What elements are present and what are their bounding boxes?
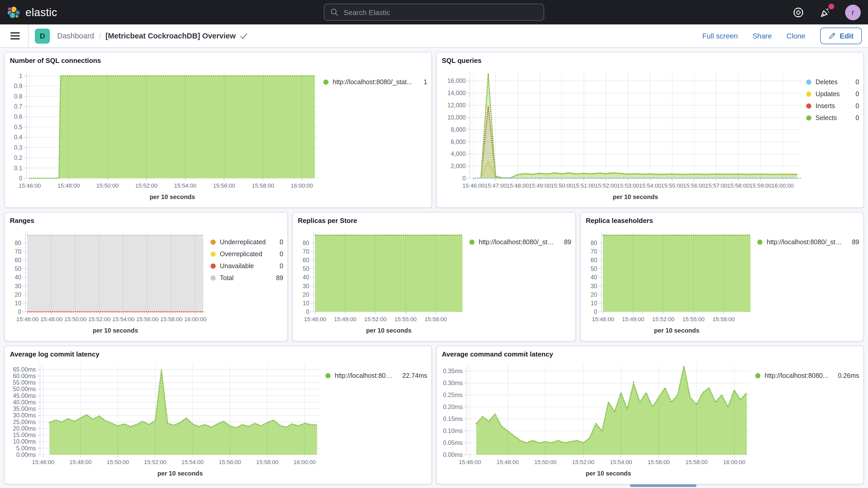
svg-text:per 10 seconds: per 10 seconds (150, 193, 195, 200)
pencil-icon (828, 32, 836, 39)
breadcrumb: Dashboard / [Metricbeat CockroachDB] Ove… (57, 32, 248, 40)
svg-text:1: 1 (19, 72, 22, 79)
svg-text:60.00ms: 60.00ms (13, 373, 36, 379)
svg-text:15:57:00: 15:57:00 (705, 182, 728, 189)
svg-text:35.00ms: 35.00ms (13, 405, 36, 412)
legend-value: 89 (559, 239, 571, 246)
menu-button[interactable] (6, 24, 24, 47)
chart-sql-queries[interactable]: 02,0004,0006,0008,00010,00012,00014,0001… (441, 67, 806, 203)
svg-text:0.15ms: 0.15ms (443, 416, 463, 422)
help-button[interactable] (791, 5, 806, 20)
chart-replica-leaseholders[interactable]: 0102030405060708015:46:0015:49:0015:52:0… (585, 227, 757, 337)
svg-text:0.7: 0.7 (14, 103, 22, 110)
svg-text:15:46:00: 15:46:00 (32, 459, 54, 465)
news-button[interactable] (818, 5, 833, 20)
legend-item[interactable]: Selects0 (806, 114, 859, 122)
legend-dot (806, 103, 811, 109)
elastic-logo[interactable]: elastic (7, 5, 57, 19)
legend-label: Inserts (815, 102, 835, 110)
search-icon (331, 8, 338, 16)
legend-item[interactable]: Total89 (211, 274, 283, 282)
search-placeholder: Search Elastic (344, 8, 390, 17)
svg-text:20.00ms: 20.00ms (13, 425, 36, 432)
svg-text:0: 0 (306, 308, 309, 315)
svg-text:15:50:00: 15:50:00 (107, 459, 129, 465)
legend-item[interactable]: http://localhost:8080/_sta...89 (757, 239, 859, 246)
search-input[interactable]: Search Elastic (324, 4, 544, 21)
notification-dot (829, 3, 834, 9)
svg-text:15:56:00: 15:56:00 (213, 182, 236, 189)
legend-dot (755, 373, 761, 378)
svg-text:15:58:00: 15:58:00 (727, 182, 750, 189)
clone-button[interactable]: Clone (786, 32, 805, 40)
legend-dot (323, 80, 329, 85)
legend-item[interactable]: Updates0 (806, 90, 859, 98)
legend-dot (806, 91, 811, 97)
svg-text:per 10 seconds: per 10 seconds (586, 470, 631, 477)
panel-title: Average command commit latency (442, 350, 859, 360)
svg-text:15:48:00: 15:48:00 (497, 459, 519, 465)
svg-text:30: 30 (303, 283, 309, 289)
legend-label: Updates (815, 90, 840, 98)
svg-text:0.8: 0.8 (14, 93, 22, 100)
svg-text:15:58:00: 15:58:00 (160, 316, 182, 323)
edit-button-label: Edit (840, 32, 854, 40)
chart-replicas-per-store[interactable]: 0102030405060708015:46:0015:49:0015:52:0… (297, 227, 469, 337)
full-screen-button[interactable]: Full screen (702, 32, 738, 40)
legend-label: http://localhost:808... (335, 372, 393, 379)
chart-command-commit-latency[interactable]: 0.00ms0.05ms0.10ms0.15ms0.20ms0.25ms0.30… (441, 361, 755, 480)
svg-text:20: 20 (590, 291, 597, 298)
brand-wordmark: elastic (26, 6, 57, 19)
legend-label: Total (220, 274, 234, 282)
svg-text:4,000: 4,000 (451, 150, 466, 157)
edit-button[interactable]: Edit (820, 28, 862, 44)
svg-text:8,000: 8,000 (451, 126, 466, 133)
svg-text:15:52:00: 15:52:00 (572, 459, 594, 465)
svg-text:40: 40 (14, 274, 21, 281)
legend-dot (211, 275, 216, 281)
chart-sql-connections[interactable]: 00.10.20.30.40.50.60.70.80.9115:46:0015:… (9, 67, 323, 203)
svg-text:15:48:00: 15:48:00 (506, 182, 529, 189)
legend-label: Deletes (815, 79, 838, 86)
svg-text:0.05ms: 0.05ms (443, 439, 463, 446)
svg-text:15:50:00: 15:50:00 (96, 182, 119, 189)
share-button[interactable]: Share (752, 32, 772, 40)
horizontal-scrollbar-thumb[interactable] (630, 484, 696, 487)
svg-text:15:54:00: 15:54:00 (610, 459, 632, 465)
breadcrumb-dashboard-link[interactable]: Dashboard (57, 32, 94, 40)
svg-text:70: 70 (303, 248, 309, 255)
chart-ranges[interactable]: 0102030405060708015:46:0015:48:0015:50:0… (9, 227, 211, 337)
svg-text:0.5: 0.5 (14, 124, 22, 130)
legend-item[interactable]: Overreplicated0 (211, 250, 283, 258)
legend-item[interactable]: http://localhost:8080/_stat...1 (323, 79, 427, 86)
svg-text:15:58:00: 15:58:00 (713, 316, 735, 323)
svg-text:15:49:00: 15:49:00 (622, 316, 645, 323)
legend-item[interactable]: http://localhost:808...22.74ms (326, 372, 427, 379)
svg-text:0: 0 (19, 175, 22, 182)
svg-text:0: 0 (594, 308, 597, 315)
svg-text:per 10 seconds: per 10 seconds (93, 327, 138, 334)
chart-legend: Deletes0Updates0Inserts0Selects0 (806, 67, 859, 203)
svg-text:15:56:00: 15:56:00 (683, 182, 706, 189)
chart-legend: http://localhost:8080...0.26ms (755, 361, 859, 480)
chart-log-commit-latency[interactable]: 0.00ms5.00ms10.00ms15.00ms20.00ms25.00ms… (9, 361, 326, 480)
svg-text:65.00ms: 65.00ms (13, 366, 36, 373)
svg-text:10,000: 10,000 (447, 114, 466, 121)
legend-item[interactable]: Unavailable0 (211, 263, 283, 270)
legend-label: http://localhost:8080/_sta... (767, 239, 842, 246)
space-badge[interactable]: D (35, 28, 50, 43)
svg-text:0: 0 (462, 175, 466, 182)
legend-item[interactable]: http://localhost:8080/_sta...89 (469, 239, 571, 246)
svg-text:0.6: 0.6 (14, 113, 22, 120)
svg-text:per 10 seconds: per 10 seconds (613, 193, 658, 200)
legend-item[interactable]: Deletes0 (806, 79, 859, 86)
panel-command-commit-latency: Average command commit latency 0.00ms0.0… (436, 345, 864, 484)
dashboard-actions: Full screen Share Clone Edit (702, 28, 868, 44)
legend-item[interactable]: http://localhost:8080...0.26ms (755, 372, 859, 379)
chart-legend: http://localhost:8080/_sta...89 (469, 227, 571, 337)
legend-item[interactable]: Underreplicated0 (211, 239, 283, 246)
svg-text:15.00ms: 15.00ms (13, 432, 36, 438)
user-avatar[interactable]: r (845, 4, 861, 20)
legend-item[interactable]: Inserts0 (806, 102, 859, 110)
svg-text:15:55:00: 15:55:00 (395, 316, 417, 323)
